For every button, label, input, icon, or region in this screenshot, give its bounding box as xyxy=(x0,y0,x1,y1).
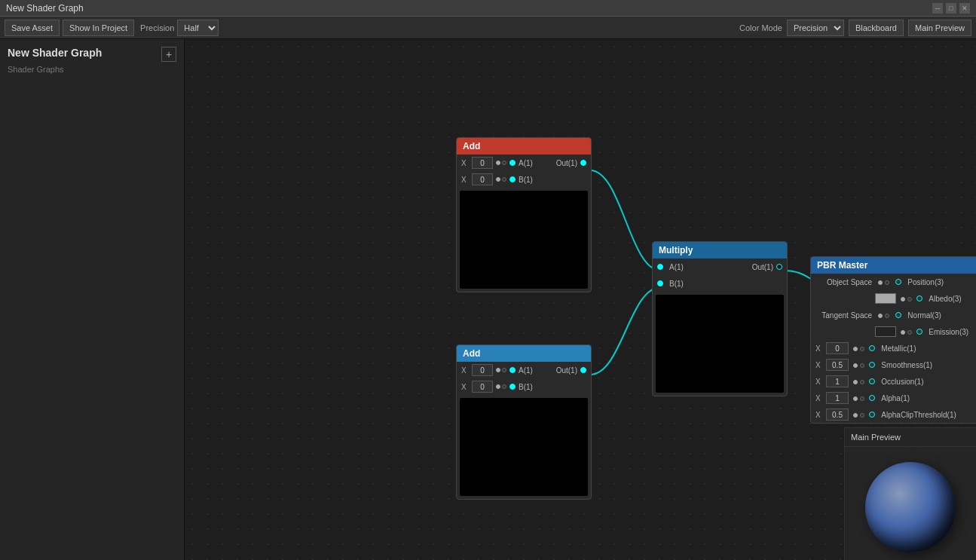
preview-sphere xyxy=(865,462,956,552)
pbr-smoothness-dot1 xyxy=(853,363,858,368)
pbr-alpha-dot2 xyxy=(860,396,864,401)
add-node-1-out-port[interactable] xyxy=(580,160,586,166)
multiply-label-b: B(1) xyxy=(669,280,684,288)
pbr-smoothness-input[interactable] xyxy=(826,359,849,371)
pbr-alphaclip-input[interactable] xyxy=(826,409,849,421)
maximize-button[interactable]: □ xyxy=(946,3,956,14)
add-node-2-val-b[interactable] xyxy=(472,381,493,393)
blackboard-button[interactable]: Blackboard xyxy=(849,20,904,36)
toolbar-right: Color Mode Precision Blackboard Main Pre… xyxy=(739,20,971,36)
add-node-2-label-a: A(1) xyxy=(519,366,533,375)
add-node-1-val-b[interactable] xyxy=(472,173,493,185)
precision-select[interactable]: Half Float xyxy=(177,20,219,36)
close-button[interactable]: ✕ xyxy=(959,3,970,14)
add-node-2-title: Add xyxy=(463,348,480,359)
pbr-normal-dot1 xyxy=(878,314,883,318)
add-node-2-row-b: X B(1) xyxy=(457,378,591,395)
main-area: New Shader Graph + Shader Graphs Add X xyxy=(0,39,976,560)
add-node-2-row-a: X A(1) Out(1) xyxy=(457,362,591,378)
add-node-1-header: Add xyxy=(457,138,591,155)
pbr-smoothness-in-port[interactable] xyxy=(869,362,875,368)
color-mode-label: Color Mode xyxy=(739,23,782,32)
pbr-position-in-port[interactable] xyxy=(895,279,901,285)
main-preview-toolbar-button[interactable]: Main Preview xyxy=(908,20,971,36)
add-node-1-port-a-in[interactable] xyxy=(509,160,516,166)
add-node-2-out-port[interactable] xyxy=(580,367,586,373)
pbr-row-smoothness: X Smoothness(1) xyxy=(811,357,976,373)
add-node-2-dot-a1 xyxy=(496,368,500,372)
window-title: New Shader Graph xyxy=(6,3,84,14)
sidebar-add-button[interactable]: + xyxy=(161,47,176,62)
pbr-alpha-in-port[interactable] xyxy=(869,395,875,401)
title-bar: New Shader Graph ─ □ ✕ xyxy=(0,0,976,17)
pbr-occlusion-dot1 xyxy=(853,380,858,384)
multiply-node-row-a: A(1) Out(1) xyxy=(653,259,787,275)
sidebar-title: New Shader Graph xyxy=(8,47,102,59)
window-controls: ─ □ ✕ xyxy=(932,3,970,14)
add-node-2-dot-b1 xyxy=(496,384,500,389)
multiply-port-b-in[interactable] xyxy=(657,280,663,286)
add-node-1-port-b-in[interactable] xyxy=(509,176,516,182)
multiply-preview xyxy=(656,295,784,393)
add-node-2-port-b-in[interactable] xyxy=(509,384,516,390)
add-node-1-row-b: X B(1) xyxy=(457,171,591,188)
pbr-normal-in-port[interactable] xyxy=(895,312,901,318)
pbr-albedo-label: Albedo(3) xyxy=(929,295,961,303)
pbr-row-emission: Emission(3) xyxy=(811,323,976,340)
color-mode-select[interactable]: Precision xyxy=(787,20,844,36)
pbr-metallic-input[interactable] xyxy=(826,342,849,354)
add-node-1-preview xyxy=(460,191,588,289)
add-node-2-label-b: B(1) xyxy=(519,383,533,391)
pbr-alphaclip-dot1 xyxy=(853,413,858,418)
pbr-tangent-space-label: Tangent Space xyxy=(815,311,872,320)
multiply-node-title: Multiply xyxy=(659,245,693,256)
pbr-normal-label: Normal(3) xyxy=(907,311,941,320)
minimize-button[interactable]: ─ xyxy=(932,3,943,14)
pbr-row-albedo: Albedo(3) xyxy=(811,290,976,307)
add-node-1-dot-a2 xyxy=(502,161,506,165)
multiply-label-a: A(1) xyxy=(669,263,684,271)
albedo-swatch[interactable] xyxy=(875,293,896,304)
pbr-alpha-dot1 xyxy=(853,396,858,401)
pbr-metallic-label: Metallic(1) xyxy=(881,344,916,353)
pbr-emission-label: Emission(3) xyxy=(929,328,968,336)
precision-label: Precision xyxy=(140,23,174,32)
pbr-albedo-in-port[interactable] xyxy=(916,295,922,301)
pbr-albedo-dot2 xyxy=(907,297,912,301)
pbr-row-metallic: X Metallic(1) xyxy=(811,340,976,357)
pbr-row-normal: Tangent Space Normal(3) xyxy=(811,307,976,323)
add-node-2-port-a-in[interactable] xyxy=(509,367,516,373)
multiply-port-a-in[interactable] xyxy=(657,264,663,270)
save-asset-button[interactable]: Save Asset xyxy=(5,20,60,36)
toolbar: Save Asset Show In Project Precision Hal… xyxy=(0,17,976,39)
add-node-2-dot-a2 xyxy=(502,368,506,372)
pbr-metallic-dot2 xyxy=(860,347,864,351)
add-node-1-val-a[interactable] xyxy=(472,157,493,169)
add-node-2-x2: X xyxy=(461,383,469,391)
pbr-occlusion-dot2 xyxy=(860,380,864,384)
add-node-2-header: Add xyxy=(457,345,591,362)
add-node-2-val-a[interactable] xyxy=(472,364,493,376)
add-node-1-out-label: Out(1) xyxy=(556,159,577,167)
pbr-emission-in-port[interactable] xyxy=(916,329,922,335)
pbr-alphaclip-in-port[interactable] xyxy=(869,412,875,418)
add-node-1-x2: X xyxy=(461,176,469,184)
pbr-row-position: Object Space Position(3) xyxy=(811,274,976,290)
pbr-object-space-label: Object Space xyxy=(815,278,872,286)
pbr-smoothness-dot2 xyxy=(860,363,864,368)
sidebar-subtitle: Shader Graphs xyxy=(8,65,176,74)
sidebar: New Shader Graph + Shader Graphs xyxy=(0,39,185,560)
show-in-project-button[interactable]: Show In Project xyxy=(63,20,134,36)
add-node-2: Add X A(1) Out(1) X xyxy=(456,344,592,500)
pbr-master-node: PBR Master Object Space Position(3) xyxy=(810,256,976,424)
multiply-out-port[interactable] xyxy=(776,264,782,270)
pbr-metallic-in-port[interactable] xyxy=(869,345,875,351)
add-node-1-dot-b2 xyxy=(502,177,506,182)
pbr-alpha-input[interactable] xyxy=(826,392,849,404)
add-node-1-label-b: B(1) xyxy=(519,176,533,184)
pbr-occlusion-in-port[interactable] xyxy=(869,378,875,384)
pbr-occlusion-input[interactable] xyxy=(826,375,849,387)
multiply-out-label: Out(1) xyxy=(752,263,773,271)
canvas-area[interactable]: Add X A(1) Out(1) X xyxy=(185,39,976,560)
emission-swatch[interactable] xyxy=(875,326,896,337)
